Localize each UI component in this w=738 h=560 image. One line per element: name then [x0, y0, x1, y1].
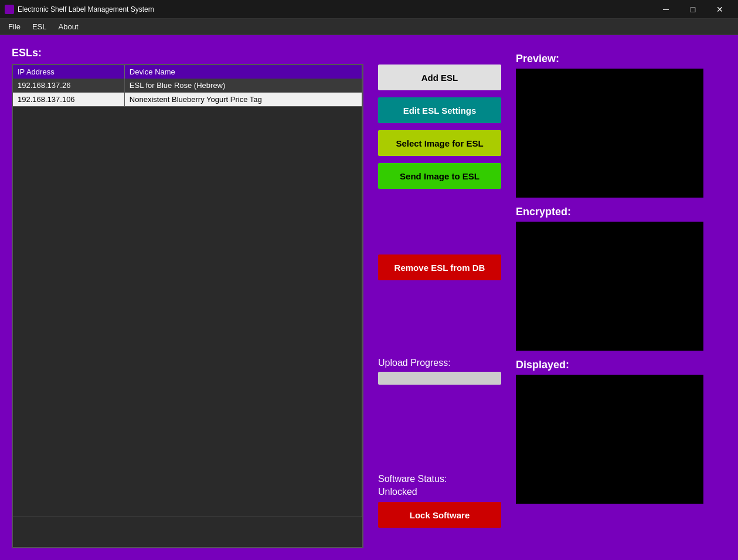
- preview-label: Preview:: [516, 53, 726, 65]
- menu-bar: File ESL About: [0, 19, 738, 35]
- software-status-section: Software Status: Unlocked Lock Software: [378, 474, 501, 528]
- esl-table-container: IP Address Device Name 192.168.137.26ESL…: [12, 64, 363, 548]
- col-header-device: Device Name: [124, 65, 362, 79]
- software-status-label: Software Status:: [378, 474, 501, 484]
- middle-panel: Add ESL Edit ESL Settings Select Image f…: [375, 47, 504, 548]
- cell-device-name: ESL for Blue Rose (Hebrew): [124, 79, 362, 93]
- maximize-button[interactable]: □: [679, 0, 706, 19]
- upload-progress-label: Upload Progress:: [378, 358, 501, 368]
- app-icon: [5, 5, 14, 14]
- window-controls: ─ □ ✕: [652, 0, 733, 19]
- close-button[interactable]: ✕: [706, 0, 733, 19]
- right-panel: Preview: Encrypted: Displayed:: [516, 47, 726, 548]
- preview-canvas: [516, 69, 703, 198]
- displayed-label: Displayed:: [516, 359, 726, 371]
- left-panel: ESLs: IP Address Device Name 192.168.137…: [12, 47, 363, 548]
- table-header-row: IP Address Device Name: [13, 65, 362, 79]
- cell-device-name: Nonexistent Blueberry Yogurt Price Tag: [124, 93, 362, 107]
- encrypted-label: Encrypted:: [516, 206, 726, 218]
- edit-esl-button[interactable]: Edit ESL Settings: [378, 97, 501, 123]
- col-header-ip: IP Address: [13, 65, 124, 79]
- main-content: ESLs: IP Address Device Name 192.168.137…: [0, 35, 738, 560]
- menu-file[interactable]: File: [2, 20, 26, 33]
- upload-progress-section: Upload Progress:: [378, 358, 501, 385]
- title-bar: Electronic Shelf Label Management System…: [0, 0, 738, 19]
- preview-section: Preview:: [516, 53, 726, 198]
- menu-about[interactable]: About: [53, 20, 84, 33]
- encrypted-section: Encrypted:: [516, 206, 726, 351]
- displayed-canvas: [516, 375, 703, 504]
- lock-software-button[interactable]: Lock Software: [378, 502, 501, 528]
- software-status-value: Unlocked: [378, 487, 501, 497]
- minimize-button[interactable]: ─: [652, 0, 679, 19]
- remove-esl-button[interactable]: Remove ESL from DB: [378, 254, 501, 280]
- displayed-section: Displayed:: [516, 359, 726, 504]
- encrypted-canvas: [516, 222, 703, 351]
- menu-esl[interactable]: ESL: [26, 20, 53, 33]
- progress-bar-container: [378, 372, 501, 385]
- table-row[interactable]: 192.168.137.106Nonexistent Blueberry Yog…: [13, 93, 362, 107]
- send-image-button[interactable]: Send Image to ESL: [378, 163, 501, 189]
- esls-label: ESLs:: [12, 47, 363, 59]
- window-title: Electronic Shelf Label Management System: [18, 5, 652, 13]
- cell-ip: 192.168.137.106: [13, 93, 124, 107]
- esl-table: IP Address Device Name 192.168.137.26ESL…: [13, 65, 362, 517]
- select-image-button[interactable]: Select Image for ESL: [378, 130, 501, 156]
- table-row-empty: [13, 107, 362, 517]
- cell-ip: 192.168.137.26: [13, 79, 124, 93]
- add-esl-button[interactable]: Add ESL: [378, 65, 501, 90]
- table-row[interactable]: 192.168.137.26ESL for Blue Rose (Hebrew): [13, 79, 362, 93]
